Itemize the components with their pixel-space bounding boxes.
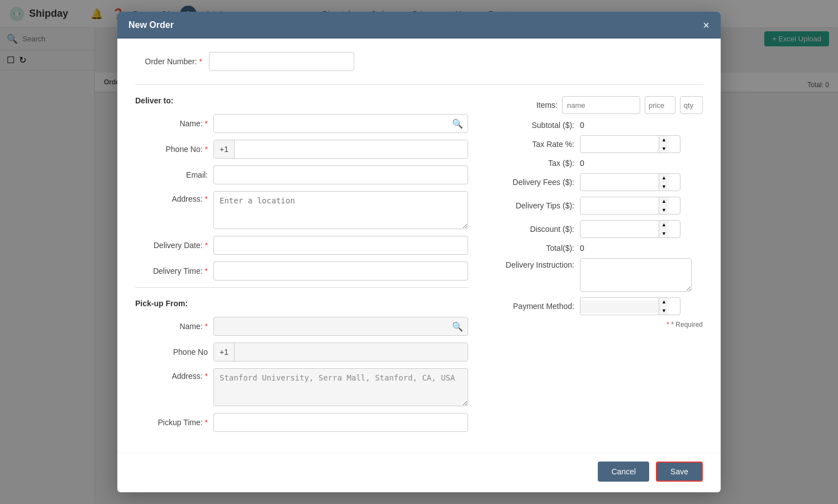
two-col-layout: Deliver to: Name: * 🔍 bbox=[135, 96, 703, 439]
delivery-fees-down[interactable]: ▼ bbox=[659, 182, 669, 191]
payment-method-spinners: ▲ ▼ bbox=[659, 297, 669, 315]
tax-rate-row: Tax Rate %: ▲ ▼ bbox=[491, 135, 703, 153]
tax-rate-input-group: ▲ ▼ bbox=[580, 135, 680, 153]
payment-method-input-group: ▲ ▼ bbox=[580, 297, 680, 315]
pickup-time-row: Pickup Time: * 00:03 AM bbox=[135, 413, 468, 432]
pickup-time-input[interactable]: 00:03 AM bbox=[213, 413, 468, 432]
pickup-title: Pick-up From: bbox=[135, 299, 468, 308]
section-divider-1 bbox=[135, 84, 703, 85]
discount-up[interactable]: ▲ bbox=[659, 220, 669, 229]
delivery-instruction-label: Delivery Instruction: bbox=[491, 258, 574, 269]
payment-method-row: Payment Method: ▲ ▼ bbox=[491, 297, 703, 315]
tax-row: Tax ($): 0 bbox=[491, 159, 703, 168]
save-button[interactable]: Save bbox=[656, 462, 703, 482]
item-name-input[interactable] bbox=[562, 96, 640, 114]
delivery-tips-label: Delivery Tips ($): bbox=[491, 201, 574, 210]
pickup-name-input[interactable]: Shipday bbox=[214, 318, 447, 334]
deliver-address-input[interactable] bbox=[213, 191, 468, 229]
items-label: Items: bbox=[491, 101, 558, 110]
delivery-fees-input[interactable] bbox=[580, 176, 659, 189]
close-button[interactable]: × bbox=[703, 20, 710, 31]
deliver-phone-prefix: +1 bbox=[214, 140, 235, 158]
pickup-time-label: Pickup Time: * bbox=[135, 418, 208, 427]
item-price-input[interactable] bbox=[645, 99, 675, 112]
left-column: Deliver to: Name: * 🔍 bbox=[135, 96, 468, 439]
discount-input[interactable] bbox=[580, 223, 659, 236]
delivery-time-row: Delivery Time: * 00:43 AM bbox=[135, 261, 468, 280]
pickup-phone-label: Phone No bbox=[135, 348, 208, 356]
delivery-date-row: Delivery Date: * 2020-08-29 bbox=[135, 236, 468, 255]
order-number-row: Order Number: * bbox=[135, 52, 703, 71]
tax-rate-up[interactable]: ▲ bbox=[659, 135, 669, 144]
pickup-phone-group: +1 4083070862 bbox=[213, 343, 468, 362]
modal-body: Order Number: * Deliver to: Name: * bbox=[117, 39, 721, 452]
tax-label: Tax ($): bbox=[491, 159, 574, 168]
total-row: Total($): 0 bbox=[491, 244, 703, 253]
delivery-tips-up[interactable]: ▲ bbox=[659, 197, 669, 206]
delivery-fees-up[interactable]: ▲ bbox=[659, 173, 669, 182]
pickup-section: Pick-up From: Name: * Shipday 🔍 bbox=[135, 299, 468, 432]
cancel-button[interactable]: Cancel bbox=[598, 462, 649, 482]
delivery-tips-row: Delivery Tips ($): ▲ ▼ bbox=[491, 197, 703, 215]
item-qty-input-group: ▲ ▼ bbox=[680, 96, 703, 114]
delivery-date-input[interactable]: 2020-08-29 bbox=[213, 236, 468, 255]
pickup-name-search-button[interactable]: 🔍 bbox=[447, 321, 468, 332]
right-column: Items: ▲ ▼ ▲ bbox=[491, 96, 703, 439]
delivery-time-label: Delivery Time: * bbox=[135, 267, 208, 275]
deliver-address-label: Address: * bbox=[135, 191, 208, 203]
items-row: Items: ▲ ▼ ▲ bbox=[491, 96, 703, 114]
total-value: 0 bbox=[580, 244, 584, 253]
pickup-address-label: Address: * bbox=[135, 368, 208, 381]
payment-method-label: Payment Method: bbox=[491, 302, 574, 311]
subtotal-value: 0 bbox=[580, 121, 584, 130]
pickup-name-group: Shipday 🔍 bbox=[213, 317, 468, 336]
delivery-fees-row: Delivery Fees ($): ▲ ▼ bbox=[491, 173, 703, 191]
discount-down[interactable]: ▼ bbox=[659, 229, 669, 238]
delivery-tips-down[interactable]: ▼ bbox=[659, 206, 669, 215]
tax-value: 0 bbox=[580, 159, 584, 168]
deliver-phone-row: Phone No: * +1 bbox=[135, 140, 468, 159]
discount-row: Discount ($): ▲ ▼ bbox=[491, 220, 703, 238]
payment-method-down[interactable]: ▼ bbox=[659, 306, 669, 315]
modal-overlay: New Order × Order Number: * Deliver to: bbox=[0, 0, 838, 504]
order-number-input[interactable] bbox=[209, 52, 354, 71]
subtotal-row: Subtotal ($): 0 bbox=[491, 121, 703, 130]
deliver-email-input[interactable] bbox=[213, 165, 468, 184]
modal-header: New Order × bbox=[117, 12, 721, 39]
payment-method-input[interactable] bbox=[580, 300, 659, 313]
pickup-name-label: Name: * bbox=[135, 322, 208, 331]
discount-label: Discount ($): bbox=[491, 225, 574, 234]
modal-title: New Order bbox=[128, 20, 174, 30]
section-divider-2 bbox=[135, 287, 468, 288]
deliver-name-search-button[interactable]: 🔍 bbox=[447, 118, 468, 129]
tax-rate-input[interactable] bbox=[580, 138, 659, 151]
order-number-label: Order Number: * bbox=[135, 57, 202, 66]
discount-spinners: ▲ ▼ bbox=[659, 220, 669, 238]
delivery-tips-input[interactable] bbox=[580, 199, 659, 212]
subtotal-label: Subtotal ($): bbox=[491, 121, 574, 130]
tax-rate-down[interactable]: ▼ bbox=[659, 144, 669, 153]
pickup-address-input[interactable]: Stanford University, Serra Mall, Stanfor… bbox=[213, 368, 468, 406]
deliver-name-label: Name: * bbox=[135, 119, 208, 128]
deliver-address-row: Address: * bbox=[135, 191, 468, 229]
pickup-name-row: Name: * Shipday 🔍 bbox=[135, 317, 468, 336]
modal-footer: Cancel Save bbox=[117, 452, 721, 492]
delivery-tips-input-group: ▲ ▼ bbox=[580, 197, 680, 215]
payment-method-up[interactable]: ▲ bbox=[659, 297, 669, 306]
deliver-name-input[interactable] bbox=[214, 116, 447, 131]
item-price-input-group: ▲ ▼ bbox=[645, 96, 675, 114]
pickup-address-row: Address: * Stanford University, Serra Ma… bbox=[135, 368, 468, 406]
item-qty-input[interactable] bbox=[680, 99, 703, 112]
deliver-email-row: Email: bbox=[135, 165, 468, 184]
deliver-phone-input[interactable] bbox=[235, 140, 468, 158]
delivery-instruction-input[interactable] bbox=[580, 258, 692, 292]
deliver-email-label: Email: bbox=[135, 170, 208, 179]
delivery-instruction-row: Delivery Instruction: bbox=[491, 258, 703, 292]
tax-rate-label: Tax Rate %: bbox=[491, 140, 574, 149]
deliver-name-row: Name: * 🔍 bbox=[135, 114, 468, 133]
delivery-time-input[interactable]: 00:43 AM bbox=[213, 261, 468, 280]
pickup-phone-input[interactable]: 4083070862 bbox=[235, 343, 468, 361]
pickup-phone-row: Phone No +1 4083070862 bbox=[135, 343, 468, 362]
deliver-phone-label: Phone No: * bbox=[135, 145, 208, 154]
delivery-fees-input-group: ▲ ▼ bbox=[580, 173, 680, 191]
